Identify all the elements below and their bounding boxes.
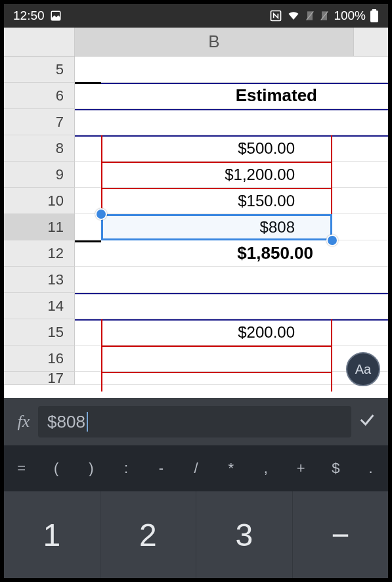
row-header-17[interactable]: 17: [4, 372, 75, 385]
cell-b9[interactable]: $1,200.00: [75, 162, 354, 188]
text-cursor: [87, 412, 88, 432]
key-equals[interactable]: =: [4, 460, 39, 477]
cell-c11[interactable]: [354, 214, 388, 240]
cell-b13[interactable]: [75, 267, 354, 293]
cell-b12-text: $1,850.00: [237, 243, 313, 263]
cell-b11[interactable]: $808: [75, 214, 354, 240]
cell-b9-text: $1,200.00: [225, 166, 295, 184]
key-3[interactable]: 3: [196, 491, 292, 578]
nfc-icon: [269, 9, 282, 22]
cell-c15[interactable]: [354, 319, 388, 346]
column-header-c[interactable]: [354, 28, 388, 56]
numpad-row: 1 2 3 −: [4, 491, 388, 578]
row-header-9[interactable]: 9: [4, 162, 75, 188]
key-star[interactable]: *: [213, 460, 248, 477]
row-header-15[interactable]: 15: [4, 319, 75, 346]
cell-c8[interactable]: [354, 135, 388, 162]
symbol-row: = ( ) : - / * , + $ .: [4, 445, 388, 491]
cell-c14[interactable]: [354, 293, 388, 319]
no-sim-icon-1: [305, 10, 315, 22]
cell-c6[interactable]: [354, 83, 388, 109]
cell-b10-text: $150.00: [238, 192, 295, 210]
row-header-11[interactable]: 11: [4, 214, 75, 240]
check-icon: [358, 411, 376, 429]
key-comma[interactable]: ,: [248, 460, 283, 477]
cell-b5[interactable]: [75, 56, 354, 83]
cell-b17[interactable]: [75, 372, 354, 385]
key-plus[interactable]: +: [284, 460, 318, 477]
confirm-button[interactable]: [351, 411, 383, 434]
key-slash[interactable]: /: [179, 460, 213, 477]
text-format-fab[interactable]: Aa: [346, 352, 380, 386]
column-header-row: B: [4, 28, 388, 56]
picture-icon: [50, 10, 62, 22]
formula-value: $808: [47, 412, 85, 432]
key-subtract[interactable]: −: [292, 491, 389, 578]
cell-b6[interactable]: Estimated: [75, 83, 354, 109]
fab-label: Aa: [355, 362, 371, 377]
cell-b16[interactable]: [75, 346, 354, 372]
key-period[interactable]: .: [353, 460, 388, 477]
cell-c5[interactable]: [354, 56, 388, 83]
spreadsheet-grid[interactable]: 5 6Estimated 7 8$500.00 9$1,200.00 10$15…: [4, 56, 388, 398]
cell-b12[interactable]: $1,850.00: [75, 240, 354, 267]
cell-c10[interactable]: [354, 188, 388, 214]
select-all-corner[interactable]: [4, 28, 75, 56]
status-bar: 12:50 100%: [4, 4, 388, 28]
cell-c13[interactable]: [354, 267, 388, 293]
cell-b7[interactable]: [75, 109, 354, 135]
cell-b11-text: $808: [260, 218, 295, 236]
row-header-12[interactable]: 12: [4, 240, 75, 267]
row-header-6[interactable]: 6: [4, 83, 75, 109]
svg-rect-4: [370, 11, 378, 22]
row-header-10[interactable]: 10: [4, 188, 75, 214]
svg-rect-5: [372, 9, 376, 11]
key-minus[interactable]: -: [144, 460, 179, 477]
row-header-7[interactable]: 7: [4, 109, 75, 135]
battery-icon: [370, 9, 379, 22]
column-header-b[interactable]: B: [75, 28, 354, 56]
formula-bar: fx $808: [4, 398, 388, 445]
battery-percent: 100%: [334, 9, 366, 23]
key-dollar[interactable]: $: [318, 460, 353, 477]
cell-b14[interactable]: [75, 293, 354, 319]
status-time: 12:50: [13, 9, 45, 23]
cell-b15-text: $200.00: [238, 323, 295, 342]
key-1[interactable]: 1: [4, 491, 100, 578]
cell-b8[interactable]: $500.00: [75, 135, 354, 162]
row-header-13[interactable]: 13: [4, 267, 75, 293]
key-colon[interactable]: :: [109, 460, 144, 477]
key-rparen[interactable]: ): [74, 460, 108, 477]
fx-icon[interactable]: fx: [9, 412, 38, 432]
cell-c12[interactable]: [354, 240, 388, 267]
formula-input[interactable]: $808: [38, 406, 351, 437]
cell-b10[interactable]: $150.00: [75, 188, 354, 214]
row-header-16[interactable]: 16: [4, 346, 75, 372]
wifi-icon: [286, 10, 301, 22]
cell-b15[interactable]: $200.00: [75, 319, 354, 346]
key-lparen[interactable]: (: [39, 460, 74, 477]
cell-c9[interactable]: [354, 162, 388, 188]
row-header-8[interactable]: 8: [4, 135, 75, 162]
cell-b6-text: Estimated: [236, 85, 317, 106]
cell-b8-text: $500.00: [238, 139, 295, 158]
cell-c7[interactable]: [354, 109, 388, 135]
row-header-5[interactable]: 5: [4, 56, 75, 83]
row-header-14[interactable]: 14: [4, 293, 75, 319]
key-2[interactable]: 2: [100, 491, 196, 578]
no-sim-icon-2: [319, 10, 330, 22]
